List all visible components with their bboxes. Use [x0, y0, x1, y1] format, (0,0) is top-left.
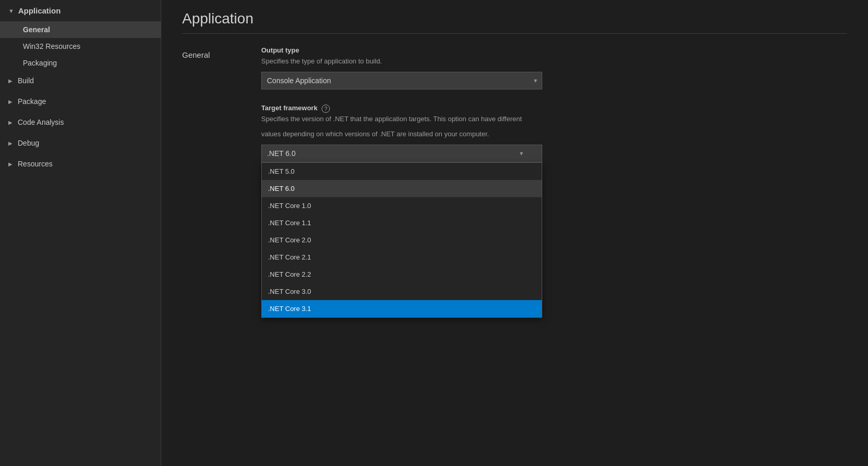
dropdown-item-core30[interactable]: .NET Core 3.0 [262, 283, 542, 300]
sidebar-packaging-label: Packaging [23, 59, 57, 67]
sidebar-debug-label: Debug [18, 139, 39, 147]
sidebar-group-package: ▶ Package [0, 92, 161, 111]
target-framework-dropdown-list: .NET 5.0 .NET 6.0 .NET Core 1.0 .NET Cor… [261, 162, 542, 318]
target-framework-help-icon[interactable]: ? [322, 105, 330, 113]
code-analysis-chevron-icon: ▶ [8, 120, 12, 125]
target-framework-label: Target framework [261, 104, 317, 112]
dropdown-item-core10[interactable]: .NET Core 1.0 [262, 197, 542, 214]
output-type-select-wrapper: Console Application Windows Application … [261, 72, 542, 89]
output-type-select[interactable]: Console Application Windows Application … [261, 72, 542, 89]
sidebar-item-packaging[interactable]: Packaging [0, 55, 161, 71]
target-framework-label-row: Target framework ? [261, 104, 847, 114]
output-type-description: Specifies the type of application to bui… [261, 56, 847, 67]
application-chevron-icon: ▼ [8, 8, 14, 14]
sidebar-code-analysis-label: Code Analysis [18, 118, 64, 126]
fields-column: Output type Specifies the type of applic… [261, 46, 847, 192]
sidebar: ▼ Application General Win32 Resources Pa… [0, 0, 161, 466]
sidebar-group-package-header[interactable]: ▶ Package [0, 92, 161, 111]
sidebar-package-label: Package [18, 97, 46, 106]
main-content: Application General Output type Specifie… [161, 0, 868, 466]
target-framework-dropdown-trigger[interactable]: .NET 6.0 ▾ [261, 145, 542, 162]
target-framework-description-line1: Specifies the version of .NET that the a… [261, 114, 847, 124]
dropdown-item-core11[interactable]: .NET Core 1.1 [262, 214, 542, 231]
target-framework-dropdown-wrapper: .NET 6.0 ▾ .NET 5.0 .NET 6.0 [261, 145, 542, 162]
target-framework-group: Target framework ? Specifies the version… [261, 104, 847, 162]
sidebar-group-build-header[interactable]: ▶ Build [0, 71, 161, 90]
package-chevron-icon: ▶ [8, 99, 12, 105]
dropdown-item-core31[interactable]: .NET Core 3.1 [262, 300, 542, 317]
sidebar-group-debug-header[interactable]: ▶ Debug [0, 134, 161, 152]
dropdown-item-core21[interactable]: .NET Core 2.1 [262, 249, 542, 266]
resources-chevron-icon: ▶ [8, 161, 12, 167]
build-chevron-icon: ▶ [8, 78, 12, 84]
section-general-label: General [182, 50, 245, 59]
sidebar-group-code-analysis: ▶ Code Analysis [0, 113, 161, 132]
sidebar-resources-label: Resources [18, 160, 53, 168]
page-title: Application [182, 10, 847, 27]
output-type-group: Output type Specifies the type of applic… [261, 46, 847, 89]
sidebar-application-label: Application [18, 6, 61, 15]
target-framework-description-line2: values depending on which versions of .N… [261, 129, 847, 139]
target-framework-selected-value: .NET 6.0 [267, 149, 296, 158]
sidebar-group-resources: ▶ Resources [0, 154, 161, 173]
dropdown-item-net5[interactable]: .NET 5.0 [262, 163, 542, 180]
output-type-label: Output type [261, 46, 847, 54]
sidebar-item-win32-resources[interactable]: Win32 Resources [0, 38, 161, 55]
sidebar-application-header[interactable]: ▼ Application [0, 0, 161, 21]
sidebar-general-label: General [23, 25, 50, 34]
sidebar-group-resources-header[interactable]: ▶ Resources [0, 154, 161, 173]
sidebar-group-build: ▶ Build [0, 71, 161, 90]
sidebar-build-label: Build [18, 76, 34, 85]
dropdown-item-core20[interactable]: .NET Core 2.0 [262, 231, 542, 249]
sidebar-win32-label: Win32 Resources [23, 42, 81, 50]
dropdown-item-net6[interactable]: .NET 6.0 [262, 180, 542, 197]
content-layout: General Output type Specifies the type o… [182, 46, 847, 192]
sidebar-item-general[interactable]: General [0, 21, 161, 38]
sidebar-group-debug: ▶ Debug [0, 134, 161, 152]
sidebar-group-code-analysis-header[interactable]: ▶ Code Analysis [0, 113, 161, 132]
dropdown-item-core22[interactable]: .NET Core 2.2 [262, 266, 542, 283]
section-divider [182, 33, 847, 34]
target-framework-dropdown-chevron-icon: ▾ [520, 150, 523, 157]
debug-chevron-icon: ▶ [8, 140, 12, 146]
section-name-column: General [182, 46, 245, 192]
